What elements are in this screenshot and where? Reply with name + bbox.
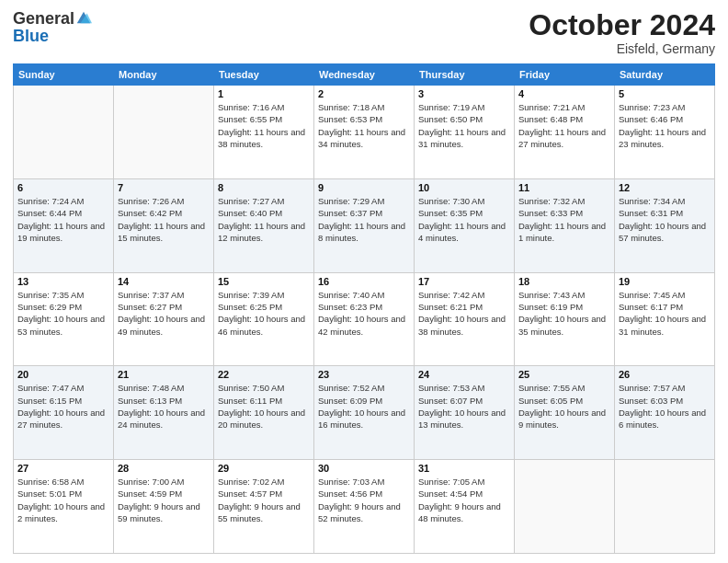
day-info: Sunrise: 7:53 AM Sunset: 6:07 PM Dayligh…	[418, 382, 510, 431]
logo-icon	[75, 9, 92, 26]
table-row	[14, 86, 114, 179]
location-title: Eisfeld, Germany	[529, 41, 715, 56]
table-row: 14Sunrise: 7:37 AM Sunset: 6:27 PM Dayli…	[114, 272, 214, 366]
day-number: 30	[318, 463, 410, 474]
day-info: Sunrise: 7:24 AM Sunset: 6:44 PM Dayligh…	[17, 195, 109, 244]
day-number: 19	[619, 276, 711, 287]
day-info: Sunrise: 7:47 AM Sunset: 6:15 PM Dayligh…	[17, 382, 109, 431]
table-row: 20Sunrise: 7:47 AM Sunset: 6:15 PM Dayli…	[14, 366, 114, 460]
table-row: 12Sunrise: 7:34 AM Sunset: 6:31 PM Dayli…	[615, 178, 715, 272]
table-row: 30Sunrise: 7:03 AM Sunset: 4:56 PM Dayli…	[314, 460, 415, 554]
table-row: 10Sunrise: 7:30 AM Sunset: 6:35 PM Dayli…	[415, 178, 515, 272]
day-number: 14	[118, 276, 210, 287]
day-info: Sunrise: 7:00 AM Sunset: 4:59 PM Dayligh…	[118, 476, 210, 524]
day-info: Sunrise: 7:55 AM Sunset: 6:05 PM Dayligh…	[518, 382, 610, 431]
day-info: Sunrise: 7:35 AM Sunset: 6:29 PM Dayligh…	[17, 289, 109, 338]
day-number: 11	[518, 182, 610, 193]
table-row: 21Sunrise: 7:48 AM Sunset: 6:13 PM Dayli…	[114, 366, 214, 460]
table-row: 4Sunrise: 7:21 AM Sunset: 6:48 PM Daylig…	[515, 86, 615, 179]
calendar-week-row: 13Sunrise: 7:35 AM Sunset: 6:29 PM Dayli…	[14, 272, 715, 366]
table-row: 26Sunrise: 7:57 AM Sunset: 6:03 PM Dayli…	[615, 366, 715, 460]
col-monday: Monday	[114, 64, 214, 86]
table-row: 22Sunrise: 7:50 AM Sunset: 6:11 PM Dayli…	[214, 366, 314, 460]
table-row: 24Sunrise: 7:53 AM Sunset: 6:07 PM Dayli…	[415, 366, 515, 460]
table-row: 16Sunrise: 7:40 AM Sunset: 6:23 PM Dayli…	[314, 272, 415, 366]
col-tuesday: Tuesday	[214, 64, 314, 86]
logo-blue: Blue	[13, 28, 49, 44]
table-row: 19Sunrise: 7:45 AM Sunset: 6:17 PM Dayli…	[615, 272, 715, 366]
day-number: 16	[318, 276, 410, 287]
table-row: 2Sunrise: 7:18 AM Sunset: 6:53 PM Daylig…	[314, 86, 415, 179]
day-number: 18	[518, 276, 610, 287]
title-block: October 2024 Eisfeld, Germany	[529, 9, 715, 56]
day-info: Sunrise: 7:03 AM Sunset: 4:56 PM Dayligh…	[318, 476, 410, 524]
day-info: Sunrise: 6:58 AM Sunset: 5:01 PM Dayligh…	[17, 476, 109, 524]
table-row: 6Sunrise: 7:24 AM Sunset: 6:44 PM Daylig…	[14, 178, 114, 272]
day-info: Sunrise: 7:37 AM Sunset: 6:27 PM Dayligh…	[118, 289, 210, 338]
day-info: Sunrise: 7:26 AM Sunset: 6:42 PM Dayligh…	[118, 195, 210, 244]
table-row: 9Sunrise: 7:29 AM Sunset: 6:37 PM Daylig…	[314, 178, 415, 272]
day-number: 20	[17, 369, 109, 380]
page: General Blue October 2024 Eisfeld, Germa…	[0, 0, 728, 563]
table-row	[515, 460, 615, 554]
day-number: 3	[418, 88, 510, 99]
table-row: 8Sunrise: 7:27 AM Sunset: 6:40 PM Daylig…	[214, 178, 314, 272]
day-info: Sunrise: 7:45 AM Sunset: 6:17 PM Dayligh…	[619, 289, 711, 338]
day-number: 8	[218, 182, 310, 193]
day-number: 6	[17, 182, 109, 193]
day-info: Sunrise: 7:18 AM Sunset: 6:53 PM Dayligh…	[318, 101, 410, 150]
day-number: 24	[418, 369, 510, 380]
col-saturday: Saturday	[615, 64, 715, 86]
day-info: Sunrise: 7:05 AM Sunset: 4:54 PM Dayligh…	[418, 476, 510, 524]
day-info: Sunrise: 7:43 AM Sunset: 6:19 PM Dayligh…	[518, 289, 610, 338]
day-info: Sunrise: 7:21 AM Sunset: 6:48 PM Dayligh…	[518, 101, 610, 150]
day-info: Sunrise: 7:23 AM Sunset: 6:46 PM Dayligh…	[619, 101, 711, 150]
calendar-week-row: 27Sunrise: 6:58 AM Sunset: 5:01 PM Dayli…	[14, 460, 715, 554]
table-row: 1Sunrise: 7:16 AM Sunset: 6:55 PM Daylig…	[214, 86, 314, 179]
day-number: 1	[218, 88, 310, 99]
table-row: 28Sunrise: 7:00 AM Sunset: 4:59 PM Dayli…	[114, 460, 214, 554]
day-info: Sunrise: 7:39 AM Sunset: 6:25 PM Dayligh…	[218, 289, 310, 338]
day-number: 21	[118, 369, 210, 380]
table-row: 18Sunrise: 7:43 AM Sunset: 6:19 PM Dayli…	[515, 272, 615, 366]
table-row: 25Sunrise: 7:55 AM Sunset: 6:05 PM Dayli…	[515, 366, 615, 460]
table-row: 7Sunrise: 7:26 AM Sunset: 6:42 PM Daylig…	[114, 178, 214, 272]
day-number: 28	[118, 463, 210, 474]
day-info: Sunrise: 7:52 AM Sunset: 6:09 PM Dayligh…	[318, 382, 410, 431]
day-number: 17	[418, 276, 510, 287]
day-info: Sunrise: 7:30 AM Sunset: 6:35 PM Dayligh…	[418, 195, 510, 244]
day-number: 10	[418, 182, 510, 193]
calendar-header-row: Sunday Monday Tuesday Wednesday Thursday…	[14, 64, 715, 86]
calendar-week-row: 6Sunrise: 7:24 AM Sunset: 6:44 PM Daylig…	[14, 178, 715, 272]
table-row: 11Sunrise: 7:32 AM Sunset: 6:33 PM Dayli…	[515, 178, 615, 272]
day-number: 31	[418, 463, 510, 474]
table-row: 29Sunrise: 7:02 AM Sunset: 4:57 PM Dayli…	[214, 460, 314, 554]
table-row: 5Sunrise: 7:23 AM Sunset: 6:46 PM Daylig…	[615, 86, 715, 179]
day-number: 7	[118, 182, 210, 193]
day-number: 5	[619, 88, 711, 99]
table-row: 17Sunrise: 7:42 AM Sunset: 6:21 PM Dayli…	[415, 272, 515, 366]
day-info: Sunrise: 7:16 AM Sunset: 6:55 PM Dayligh…	[218, 101, 310, 150]
day-info: Sunrise: 7:57 AM Sunset: 6:03 PM Dayligh…	[619, 382, 711, 431]
day-number: 9	[318, 182, 410, 193]
day-info: Sunrise: 7:40 AM Sunset: 6:23 PM Dayligh…	[318, 289, 410, 338]
day-number: 27	[17, 463, 109, 474]
day-number: 13	[17, 276, 109, 287]
calendar-week-row: 20Sunrise: 7:47 AM Sunset: 6:15 PM Dayli…	[14, 366, 715, 460]
day-info: Sunrise: 7:19 AM Sunset: 6:50 PM Dayligh…	[418, 101, 510, 150]
table-row: 15Sunrise: 7:39 AM Sunset: 6:25 PM Dayli…	[214, 272, 314, 366]
header: General Blue October 2024 Eisfeld, Germa…	[13, 9, 715, 56]
day-number: 26	[619, 369, 711, 380]
day-number: 4	[518, 88, 610, 99]
table-row	[114, 86, 214, 179]
day-number: 22	[218, 369, 310, 380]
col-thursday: Thursday	[415, 64, 515, 86]
table-row: 13Sunrise: 7:35 AM Sunset: 6:29 PM Dayli…	[14, 272, 114, 366]
calendar-table: Sunday Monday Tuesday Wednesday Thursday…	[13, 63, 715, 554]
logo: General Blue	[13, 9, 92, 44]
month-title: October 2024	[529, 9, 715, 41]
day-info: Sunrise: 7:34 AM Sunset: 6:31 PM Dayligh…	[619, 195, 711, 244]
day-info: Sunrise: 7:27 AM Sunset: 6:40 PM Dayligh…	[218, 195, 310, 244]
calendar-week-row: 1Sunrise: 7:16 AM Sunset: 6:55 PM Daylig…	[14, 86, 715, 179]
day-number: 15	[218, 276, 310, 287]
